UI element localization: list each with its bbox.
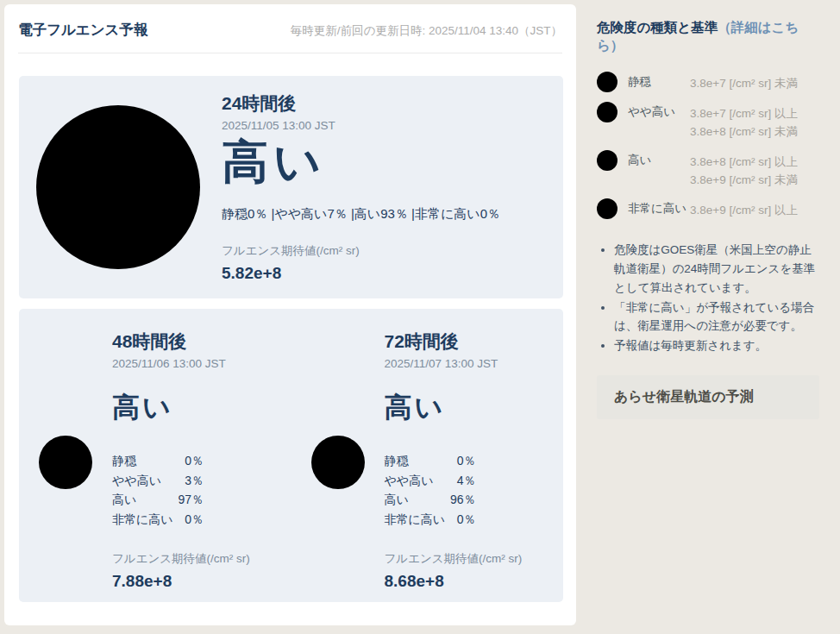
legend-item-label: 非常に高い	[628, 198, 690, 217]
probability-row: 高い 97％	[112, 490, 204, 510]
fluence-label: フルエンス期待値(/cm² sr)	[112, 551, 291, 567]
forecast-datetime: 2025/11/06 13:00 JST	[112, 357, 291, 370]
risk-level-text: 高い	[385, 389, 564, 427]
risk-legend-sidebar: 危険度の種類と基準（詳細はこちら） 静穏 3.8e+7 [/cm² sr] 未満…	[576, 0, 840, 634]
probability-row: やや高い 3％	[112, 471, 204, 491]
forecast-horizon-heading: 72時間後	[385, 330, 564, 354]
fluence-label: フルエンス期待値(/cm² sr)	[222, 243, 500, 259]
forecast-24h-card: 24時間後 2025/11/05 13:00 JST 高い 静穏0％ |やや高い…	[19, 76, 563, 298]
legend-item-quiet: 静穏 3.8e+7 [/cm² sr] 未満	[597, 72, 819, 92]
probability-row: 非常に高い 0％	[112, 510, 204, 530]
probability-table: 静穏 0％ やや高い 3％ 高い 97％ 非常に高い	[112, 451, 204, 529]
legend-item-threshold: 3.8e+9 [/cm² sr] 以上	[690, 198, 798, 219]
risk-high-satellite-icon	[36, 105, 200, 269]
threshold-line: 3.8e+9 [/cm² sr] 未満	[690, 171, 798, 189]
probability-label: やや高い	[385, 471, 434, 491]
risk-level-text: 高い	[112, 389, 291, 427]
threshold-line: 3.8e+8 [/cm² sr] 未満	[690, 122, 798, 141]
note-item: 予報値は毎時更新されます。	[614, 336, 818, 355]
fluence-value: 8.68e+8	[385, 572, 564, 591]
legend-item-threshold: 3.8e+7 [/cm² sr] 以上 3.8e+8 [/cm² sr] 未満	[690, 102, 798, 141]
threshold-line: 3.8e+9 [/cm² sr] 以上	[690, 201, 798, 219]
probability-label: 非常に高い	[385, 510, 446, 530]
panel-body: 24時間後 2025/11/05 13:00 JST 高い 静穏0％ |やや高い…	[4, 53, 576, 602]
probability-value: 0％	[457, 510, 476, 530]
risk-high-satellite-icon	[39, 436, 92, 489]
probability-row: 高い 96％	[385, 490, 476, 510]
forecast-24h-details: 24時間後 2025/11/05 13:00 JST 高い 静穏0％ |やや高い…	[222, 91, 500, 283]
satellite-very-high-icon	[597, 198, 617, 219]
satellite-quiet-icon	[597, 72, 617, 92]
probability-value: 0％	[457, 451, 476, 471]
forecast-72h-column: 72時間後 2025/11/07 13:00 JST 高い 静穏 0％ やや高い	[291, 330, 564, 602]
probability-value: 4％	[457, 471, 476, 491]
threshold-line: 3.8e+7 [/cm² sr] 未満	[690, 74, 798, 92]
probability-label: やや高い	[112, 471, 161, 491]
probability-row: やや高い 4％	[385, 471, 476, 491]
risk-level-text: 高い	[222, 135, 500, 187]
note-item: 「非常に高い」が予報されている場合は、衛星運用への注意が必要です。	[614, 298, 818, 336]
probability-row: 静穏 0％	[385, 451, 476, 471]
page: 電子フルエンス予報 毎時更新/前回の更新日時: 2025/11/04 13:40…	[0, 0, 840, 634]
fluence-value: 7.88e+8	[112, 572, 291, 591]
probability-label: 高い	[112, 490, 136, 510]
forecast-datetime: 2025/11/07 13:00 JST	[385, 357, 564, 370]
satellite-slightly-high-icon	[597, 102, 617, 122]
legend-item-label: 高い	[628, 150, 690, 168]
probability-value: 96％	[450, 490, 476, 510]
forecast-48h-column: 48時間後 2025/11/06 13:00 JST 高い 静穏 0％ やや高い	[19, 330, 291, 602]
probability-value: 97％	[178, 490, 204, 510]
satellite-high-icon	[597, 150, 617, 171]
legend-item-label: 静穏	[628, 72, 690, 90]
risk-high-satellite-icon	[311, 436, 365, 489]
arase-section-title: あらせ衛星軌道の予測	[614, 388, 802, 406]
probability-label: 静穏	[385, 451, 409, 471]
probability-label: 非常に高い	[112, 510, 173, 530]
legend-item-threshold: 3.8e+8 [/cm² sr] 以上 3.8e+9 [/cm² sr] 未満	[690, 150, 798, 189]
probability-row: 非常に高い 0％	[385, 510, 476, 530]
arase-orbit-section: あらせ衛星軌道の予測	[597, 375, 819, 419]
forecast-horizon-heading: 24時間後	[222, 91, 500, 116]
probability-row: 静穏 0％	[112, 451, 204, 471]
probability-summary: 静穏0％ |やや高い7％ |高い93％ |非常に高い0％	[222, 206, 500, 223]
notes-list: 危険度はGOES衛星（米国上空の静止軌道衛星）の24時間フルエンスを基準として算…	[600, 241, 818, 355]
probability-value: 0％	[185, 510, 204, 530]
threshold-line: 3.8e+8 [/cm² sr] 以上	[690, 153, 798, 171]
note-item: 危険度はGOES衛星（米国上空の静止軌道衛星）の24時間フルエンスを基準として算…	[614, 241, 818, 298]
fluence-forecast-panel: 電子フルエンス予報 毎時更新/前回の更新日時: 2025/11/04 13:40…	[4, 4, 576, 625]
legend-item-threshold: 3.8e+7 [/cm² sr] 未満	[690, 72, 798, 92]
fluence-value: 5.82e+8	[222, 264, 500, 283]
panel-header: 電子フルエンス予報 毎時更新/前回の更新日時: 2025/11/04 13:40…	[18, 4, 562, 53]
fluence-label: フルエンス期待値(/cm² sr)	[385, 551, 564, 567]
forecast-horizon-heading: 48時間後	[112, 330, 291, 354]
probability-table: 静穏 0％ やや高い 4％ 高い 96％ 非常に高い	[385, 451, 476, 529]
legend-title-text: 危険度の種類と基準	[597, 20, 718, 35]
legend-title: 危険度の種類と基準（詳細はこちら）	[597, 19, 819, 55]
probability-label: 静穏	[112, 451, 136, 471]
legend-item-high: 高い 3.8e+8 [/cm² sr] 以上 3.8e+9 [/cm² sr] …	[597, 150, 819, 189]
probability-label: 高い	[385, 490, 409, 510]
update-timestamp: 毎時更新/前回の更新日時: 2025/11/04 13:40（JST）	[291, 23, 562, 39]
threshold-line: 3.8e+7 [/cm² sr] 以上	[690, 104, 798, 122]
probability-value: 3％	[185, 471, 204, 491]
legend-item-very-high: 非常に高い 3.8e+9 [/cm² sr] 以上	[597, 198, 819, 219]
legend-item-label: やや高い	[628, 102, 690, 120]
page-title: 電子フルエンス予報	[18, 21, 147, 40]
probability-value: 0％	[185, 451, 204, 471]
forecast-48-72h-card: 48時間後 2025/11/06 13:00 JST 高い 静穏 0％ やや高い	[19, 309, 563, 602]
legend-item-slightly-high: やや高い 3.8e+7 [/cm² sr] 以上 3.8e+8 [/cm² sr…	[597, 102, 819, 141]
forecast-datetime: 2025/11/05 13:00 JST	[222, 119, 500, 132]
